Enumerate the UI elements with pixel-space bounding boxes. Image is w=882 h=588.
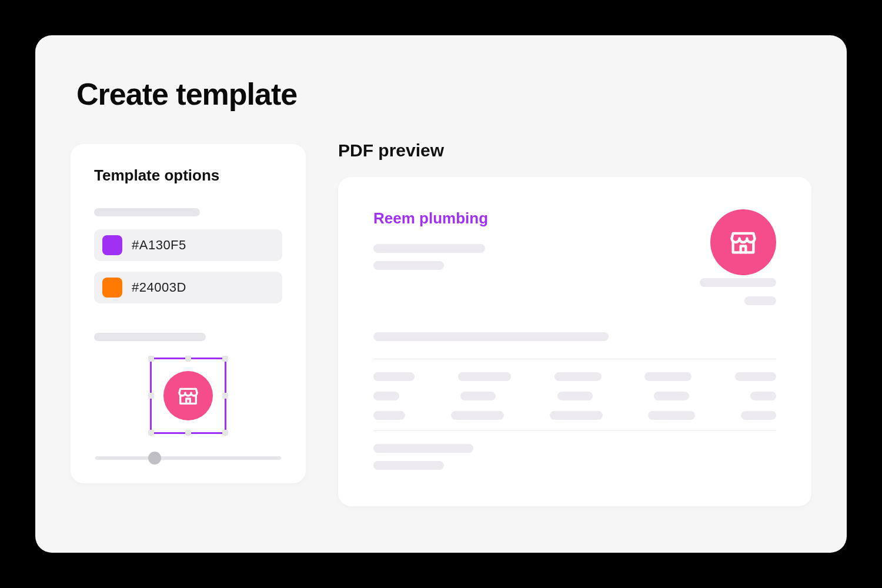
cell-placeholder [458, 372, 511, 381]
preview-heading: PDF preview [338, 141, 811, 161]
template-options-heading: Template options [94, 166, 282, 185]
page-title: Create template [71, 76, 811, 112]
text-placeholder [373, 461, 444, 470]
resize-handle[interactable] [185, 430, 191, 436]
preview-column: PDF preview Reem plumbing [338, 144, 811, 506]
slider-thumb[interactable] [148, 452, 161, 465]
cell-placeholder [460, 392, 496, 400]
logo-preview [163, 371, 213, 420]
resize-handle[interactable] [185, 356, 191, 362]
app-window: Create template Template options #A130F5… [35, 35, 847, 553]
cell-placeholder [735, 372, 776, 381]
cell-placeholder [373, 372, 415, 381]
doc-header: Reem plumbing [373, 209, 776, 278]
cell-placeholder [373, 392, 399, 400]
storefront-icon [176, 384, 200, 407]
resize-handle[interactable] [148, 393, 154, 399]
cell-placeholder [648, 411, 695, 420]
text-placeholder [373, 244, 485, 253]
logo-editor[interactable] [94, 358, 282, 434]
cell-placeholder [557, 392, 593, 400]
text-placeholder [700, 278, 776, 287]
main-columns: Template options #A130F5 #24003D [71, 144, 811, 506]
primary-color-picker[interactable]: #A130F5 [94, 229, 282, 261]
cell-placeholder [750, 392, 776, 400]
cell-placeholder [644, 372, 691, 381]
option-label-placeholder [94, 333, 206, 341]
logo-selection-frame[interactable] [150, 358, 226, 434]
cell-placeholder [550, 411, 603, 420]
color-hex-value: #A130F5 [132, 238, 186, 253]
option-label-placeholder [94, 208, 200, 216]
table-row [373, 411, 776, 420]
company-name: Reem plumbing [373, 209, 488, 228]
color-swatch [102, 278, 122, 298]
size-slider[interactable] [95, 456, 281, 460]
table-row [373, 372, 776, 381]
cell-placeholder [451, 411, 504, 420]
cell-placeholder [554, 372, 602, 381]
doc-logo [710, 209, 776, 275]
divider [373, 430, 776, 431]
resize-handle[interactable] [148, 356, 154, 362]
cell-placeholder [654, 392, 689, 400]
cell-placeholder [741, 411, 776, 420]
text-placeholder [373, 332, 609, 341]
color-hex-value: #24003D [132, 280, 186, 295]
doc-header-left: Reem plumbing [373, 209, 488, 278]
secondary-color-picker[interactable]: #24003D [94, 272, 282, 303]
text-placeholder [744, 296, 776, 305]
text-placeholder [373, 261, 444, 270]
table-row [373, 392, 776, 400]
text-placeholder [373, 444, 473, 453]
resize-handle[interactable] [148, 430, 154, 436]
doc-meta-right [373, 278, 776, 315]
resize-handle[interactable] [222, 430, 228, 436]
cell-placeholder [373, 411, 405, 420]
template-options-panel: Template options #A130F5 #24003D [71, 144, 306, 483]
storefront-icon [728, 227, 759, 258]
pdf-preview-document: Reem plumbing [338, 177, 811, 506]
divider [373, 359, 776, 359]
resize-handle[interactable] [222, 356, 228, 362]
doc-footer [373, 444, 776, 470]
color-swatch [102, 235, 122, 255]
resize-handle[interactable] [222, 393, 228, 399]
